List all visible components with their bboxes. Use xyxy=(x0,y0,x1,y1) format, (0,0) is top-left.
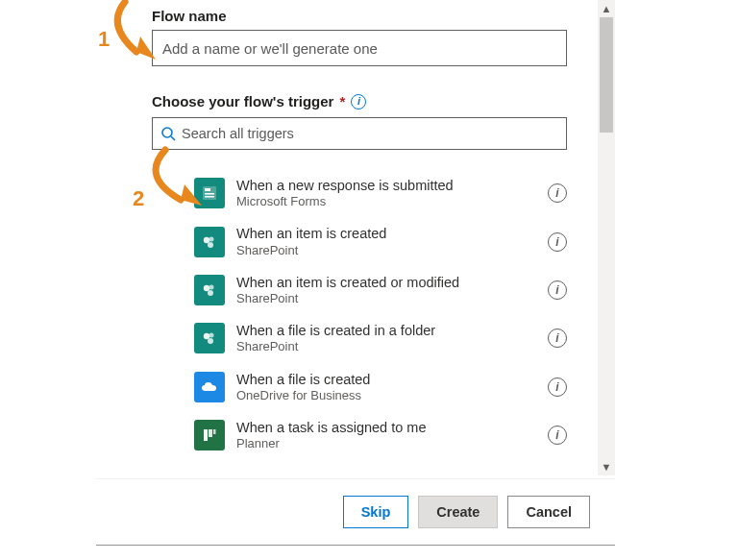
sharepoint-icon xyxy=(194,227,225,257)
trigger-title: When an item is created xyxy=(236,225,536,242)
sharepoint-icon xyxy=(194,275,225,305)
info-icon[interactable]: i xyxy=(351,94,366,110)
search-input[interactable] xyxy=(176,126,558,141)
svg-rect-5 xyxy=(205,196,214,198)
cancel-button[interactable]: Cancel xyxy=(507,496,590,528)
scroll-up-icon[interactable]: ▲ xyxy=(598,0,615,17)
scroll-thumb[interactable] xyxy=(600,17,613,133)
svg-point-7 xyxy=(209,236,214,241)
svg-point-8 xyxy=(208,242,213,248)
trigger-row-sharepoint[interactable]: When an item is created or modified Shar… xyxy=(194,266,567,314)
trigger-title: When a file is created in a folder xyxy=(236,322,536,339)
trigger-subtitle: SharePoint xyxy=(236,291,536,306)
info-icon[interactable]: i xyxy=(548,183,567,203)
trigger-section-label: Choose your flow's trigger * xyxy=(152,93,345,110)
trigger-title: When a new response is submitted xyxy=(236,177,536,194)
svg-rect-16 xyxy=(209,429,212,437)
annotation-number-2: 2 xyxy=(133,186,144,211)
search-box[interactable] xyxy=(152,117,567,150)
trigger-subtitle: OneDrive for Business xyxy=(236,388,536,403)
svg-point-11 xyxy=(208,290,213,296)
svg-rect-15 xyxy=(204,429,208,441)
info-icon[interactable]: i xyxy=(548,232,567,252)
scroll-down-icon[interactable]: ▼ xyxy=(598,458,615,475)
trigger-subtitle: SharePoint xyxy=(236,339,536,354)
svg-point-13 xyxy=(209,333,214,338)
dialog-footer: Skip Create Cancel xyxy=(96,478,615,546)
dialog-content: Flow name Choose your flow's trigger * i xyxy=(96,0,615,475)
svg-point-6 xyxy=(204,236,209,242)
svg-rect-17 xyxy=(213,429,216,434)
trigger-subtitle: SharePoint xyxy=(236,243,536,258)
required-asterisk: * xyxy=(340,93,346,110)
trigger-row-sharepoint[interactable]: When a file is created in a folder Share… xyxy=(194,314,567,362)
trigger-title: When a file is created xyxy=(236,371,536,388)
svg-point-0 xyxy=(162,128,172,137)
trigger-title: When an item is created or modified xyxy=(236,274,536,291)
onedrive-icon xyxy=(194,372,225,402)
svg-rect-4 xyxy=(205,193,214,195)
info-icon[interactable]: i xyxy=(548,377,567,397)
flow-name-label: Flow name xyxy=(152,8,567,24)
create-button[interactable]: Create xyxy=(418,496,498,528)
flow-name-input[interactable] xyxy=(152,30,567,66)
annotation-number-1: 1 xyxy=(98,27,110,52)
forms-icon xyxy=(194,178,225,208)
search-icon xyxy=(160,126,176,141)
trigger-list: When a new response is submitted Microso… xyxy=(152,169,567,459)
svg-point-14 xyxy=(208,338,213,344)
scrollbar[interactable]: ▲ ▼ xyxy=(598,0,615,475)
trigger-subtitle: Planner xyxy=(236,436,536,451)
svg-point-12 xyxy=(204,333,209,339)
trigger-row-onedrive[interactable]: When a file is created OneDrive for Busi… xyxy=(194,363,567,411)
svg-point-9 xyxy=(204,285,209,291)
trigger-row-sharepoint[interactable]: When an item is created SharePoint i xyxy=(194,217,567,265)
trigger-row-planner[interactable]: When a task is assigned to me Planner i xyxy=(194,411,567,459)
info-icon[interactable]: i xyxy=(548,329,567,348)
trigger-title: When a task is assigned to me xyxy=(236,419,536,436)
svg-line-1 xyxy=(171,136,175,140)
trigger-row-forms[interactable]: When a new response is submitted Microso… xyxy=(194,169,567,217)
svg-point-10 xyxy=(209,284,214,289)
svg-rect-3 xyxy=(205,188,210,191)
sharepoint-icon xyxy=(194,323,225,353)
skip-button[interactable]: Skip xyxy=(343,496,409,528)
info-icon[interactable]: i xyxy=(548,426,567,445)
planner-icon xyxy=(194,420,225,450)
info-icon[interactable]: i xyxy=(548,280,567,300)
trigger-subtitle: Microsoft Forms xyxy=(236,194,536,209)
